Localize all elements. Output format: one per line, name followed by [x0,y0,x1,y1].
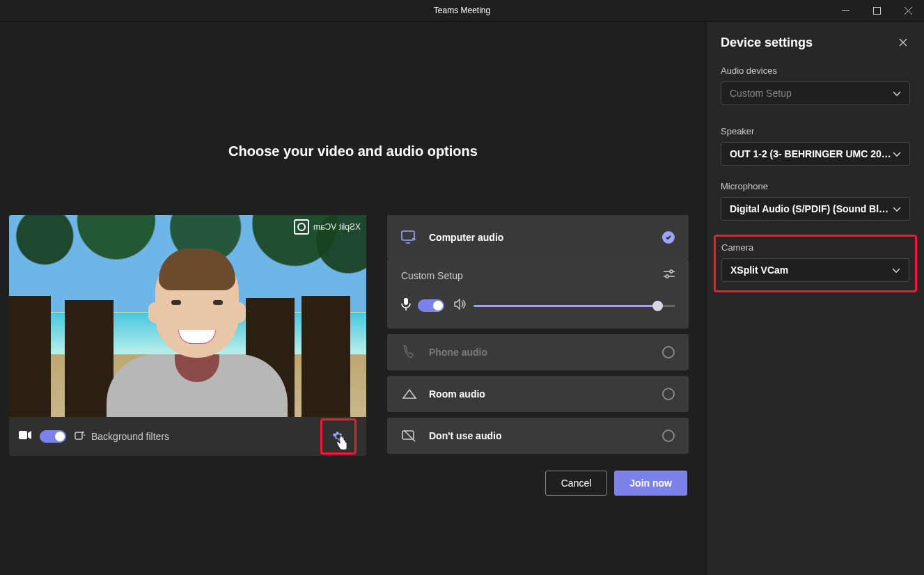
room-icon [401,388,418,400]
speaker-label: Speaker [721,126,910,136]
svg-point-7 [670,270,673,273]
chevron-down-icon [893,203,901,214]
computer-audio-icon [401,230,418,244]
chevron-down-icon [892,265,900,276]
svg-rect-9 [404,298,408,305]
prejoin-main: Choose your video and audio options [0,22,706,575]
microphone-select[interactable]: Digital Audio (S/PDIF) (Sound Bl… [721,197,910,221]
chevron-down-icon [893,148,901,159]
mic-icon [401,298,411,313]
audio-devices-select[interactable]: Custom Setup [721,81,910,105]
device-settings-button[interactable] [320,418,357,455]
speaker-icon [454,299,467,313]
option-computer-audio[interactable]: Computer audio [387,215,689,260]
radio-unchecked [662,346,675,359]
svg-rect-0 [874,8,881,15]
window-title: Teams Meeting [434,6,490,15]
option-no-audio[interactable]: Don't use audio [387,418,689,454]
window-close-button[interactable] [893,0,924,22]
radio-unchecked[interactable] [662,388,675,400]
window-maximize-button[interactable] [861,0,893,22]
selected-check-icon [662,231,675,244]
camera-highlight-box: Camera XSplit VCam [714,235,917,292]
svg-rect-2 [19,431,27,439]
audio-devices-label: Audio devices [721,65,910,76]
volume-slider[interactable] [473,305,675,307]
device-settings-panel: Device settings Audio devices Custom Set… [706,22,924,575]
option-room-audio[interactable]: Room audio [387,376,689,412]
camera-toggle[interactable] [40,430,66,443]
camera-select[interactable]: XSplit VCam [721,258,909,282]
settings-title: Device settings [721,36,813,50]
page-heading: Choose your video and audio options [0,143,706,159]
background-filters-button[interactable]: Background filters [75,430,169,443]
join-now-button[interactable]: Join now [614,471,687,496]
radio-unchecked[interactable] [662,430,675,442]
computer-audio-subpanel: Custom Setup [387,260,689,329]
sparkle-icon [75,430,86,443]
svg-rect-3 [75,432,82,439]
svg-point-4 [82,431,84,433]
window-minimize-button[interactable] [830,0,861,22]
svg-point-5 [84,434,85,436]
close-icon[interactable] [899,36,910,50]
camera-label: Camera [721,242,909,253]
chevron-down-icon [893,88,901,99]
gear-icon [332,430,345,443]
svg-point-1 [298,223,305,230]
camera-aperture-icon [294,219,309,235]
audio-setup-name: Custom Setup [401,270,463,281]
phone-icon [401,345,418,359]
video-preview: XSplit VCam [9,215,366,417]
mic-toggle[interactable] [418,299,444,312]
microphone-label: Microphone [721,181,910,191]
mute-icon [401,430,418,442]
preview-toolbar: Background filters [9,417,366,456]
speaker-select[interactable]: OUT 1-2 (3- BEHRINGER UMC 20… [721,142,910,166]
sliders-icon[interactable] [664,269,675,281]
video-icon [19,430,31,443]
cancel-button[interactable]: Cancel [545,471,608,496]
camera-watermark: XSplit VCam [294,219,361,235]
svg-point-8 [666,275,668,278]
option-phone-audio: Phone audio [387,334,689,370]
titlebar: Teams Meeting [0,0,924,22]
